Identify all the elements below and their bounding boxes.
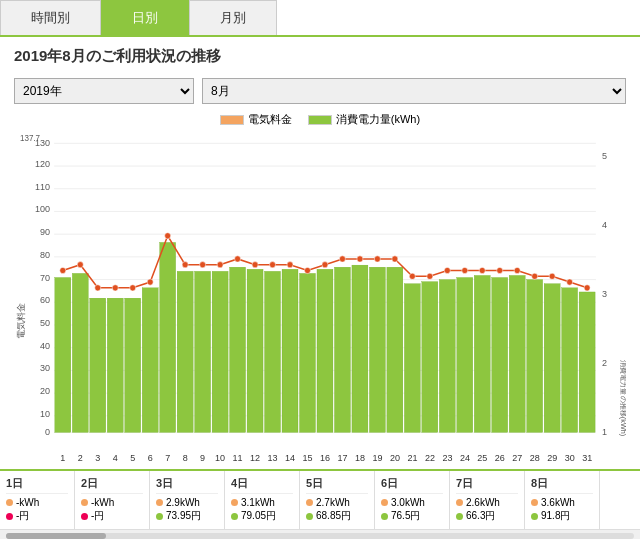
month-select[interactable]: 1月2月3月4月 5月6月7月8月 9月10月11月12月 <box>202 78 626 104</box>
svg-rect-58 <box>439 280 455 433</box>
svg-point-69 <box>95 285 101 291</box>
day-card: 3日2.9kWh73.95円 <box>150 471 225 529</box>
svg-point-97 <box>584 285 590 291</box>
scrollbar-thumb[interactable] <box>6 533 106 539</box>
day-card-kwh-row: 3.0kWh <box>381 497 443 508</box>
day-card-header: 8日 <box>531 476 593 494</box>
svg-rect-40 <box>125 298 141 432</box>
svg-rect-63 <box>527 280 543 433</box>
kwh-dot <box>306 499 313 506</box>
yen-dot <box>306 513 313 520</box>
svg-point-77 <box>235 256 241 262</box>
x-axis-label: 27 <box>509 453 526 463</box>
scrollbar-area[interactable] <box>0 529 640 539</box>
kwh-value: 3.1kWh <box>241 497 275 508</box>
day-card-yen-row: 66.3円 <box>456 509 518 523</box>
x-axis-label: 16 <box>316 453 333 463</box>
kwh-value: 3.6kWh <box>541 497 575 508</box>
svg-text:10: 10 <box>40 409 50 419</box>
yen-value: 79.05円 <box>241 509 276 523</box>
kwh-dot <box>81 499 88 506</box>
kwh-value: 2.9kWh <box>166 497 200 508</box>
svg-rect-56 <box>404 284 420 433</box>
svg-text:60: 60 <box>40 295 50 305</box>
svg-rect-37 <box>72 273 88 432</box>
svg-point-81 <box>304 267 310 273</box>
yen-value: -円 <box>16 509 29 523</box>
x-axis-label: 22 <box>421 453 438 463</box>
tab-hourly[interactable]: 時間別 <box>0 0 101 35</box>
svg-rect-46 <box>230 267 246 432</box>
x-axis-label: 18 <box>351 453 368 463</box>
day-card-header: 3日 <box>156 476 218 494</box>
svg-point-82 <box>322 262 328 268</box>
x-axis-label: 24 <box>456 453 473 463</box>
svg-text:4: 4 <box>602 220 607 230</box>
kwh-dot <box>156 499 163 506</box>
svg-rect-62 <box>509 275 525 432</box>
yen-dot <box>531 513 538 520</box>
x-axis-label: 26 <box>491 453 508 463</box>
x-axis-label: 31 <box>579 453 596 463</box>
svg-rect-48 <box>265 271 281 432</box>
x-axis-label: 28 <box>526 453 543 463</box>
svg-rect-42 <box>160 242 176 432</box>
svg-rect-55 <box>387 267 403 432</box>
svg-rect-66 <box>579 292 595 432</box>
svg-rect-49 <box>282 269 298 432</box>
svg-rect-53 <box>352 265 368 432</box>
day-card: 7日2.6kWh66.3円 <box>450 471 525 529</box>
svg-point-67 <box>60 267 66 273</box>
x-axis-label: 1 <box>54 453 71 463</box>
svg-rect-54 <box>369 267 385 432</box>
svg-point-83 <box>339 256 345 262</box>
legend-consumption: 消費電力量(kWh) <box>308 112 420 127</box>
x-axis-label: 19 <box>369 453 386 463</box>
day-card-kwh-row: -kWh <box>6 497 68 508</box>
x-axis-label: 14 <box>281 453 298 463</box>
svg-text:0: 0 <box>45 427 50 437</box>
x-axis-label: 13 <box>264 453 281 463</box>
day-card-yen-row: -円 <box>81 509 143 523</box>
svg-rect-59 <box>457 278 473 433</box>
x-axis-label: 3 <box>89 453 106 463</box>
svg-text:90: 90 <box>40 227 50 237</box>
legend-electricity-label: 電気料金 <box>248 112 292 127</box>
yen-value: 73.95円 <box>166 509 201 523</box>
svg-point-73 <box>165 233 171 239</box>
x-axis-label: 11 <box>229 453 246 463</box>
svg-point-78 <box>252 262 258 268</box>
svg-rect-43 <box>177 271 193 432</box>
svg-text:2: 2 <box>602 358 607 368</box>
bottom-cards: 1日-kWh-円2日-kWh-円3日2.9kWh73.95円4日3.1kWh79… <box>0 469 640 529</box>
yen-value: 76.5円 <box>391 509 420 523</box>
svg-text:80: 80 <box>40 250 50 260</box>
scrollbar-track <box>6 533 634 539</box>
tab-monthly[interactable]: 月別 <box>189 0 277 35</box>
kwh-value: 3.0kWh <box>391 497 425 508</box>
svg-rect-41 <box>142 288 158 433</box>
day-card-header: 5日 <box>306 476 368 494</box>
kwh-dot <box>231 499 238 506</box>
kwh-dot <box>381 499 388 506</box>
svg-point-75 <box>200 262 206 268</box>
yen-value: 68.85円 <box>316 509 351 523</box>
svg-point-70 <box>112 285 118 291</box>
tab-daily[interactable]: 日別 <box>101 0 189 35</box>
svg-point-80 <box>287 262 293 268</box>
day-card-yen-row: 76.5円 <box>381 509 443 523</box>
svg-rect-57 <box>422 282 438 433</box>
day-card: 8日3.6kWh91.8円 <box>525 471 600 529</box>
day-card-header: 4日 <box>231 476 293 494</box>
svg-point-74 <box>182 262 188 268</box>
yen-dot <box>156 513 163 520</box>
svg-text:5: 5 <box>602 151 607 161</box>
svg-rect-51 <box>317 269 333 432</box>
day-card-header: 7日 <box>456 476 518 494</box>
year-select[interactable]: 2019年2018年2017年 <box>14 78 194 104</box>
kwh-dot <box>6 499 13 506</box>
legend-orange-box <box>220 115 244 125</box>
svg-point-87 <box>409 273 415 279</box>
chart-container: 0 10 20 30 40 50 60 70 80 90 100 110 120… <box>14 133 626 453</box>
svg-point-93 <box>514 267 520 273</box>
